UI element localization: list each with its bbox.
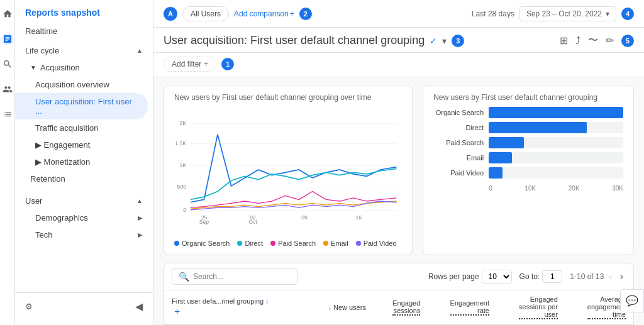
sidebar-demographics[interactable]: Demographics ▶ [15,209,153,226]
bar-row-direct: Direct [433,122,623,133]
badge-4: 4 [621,8,634,20]
col-engagement-rate[interactable]: Engagementrate [428,290,497,325]
bar-fill-paid-search [489,137,524,148]
user-section-chevron: ▲ [136,197,143,204]
table-icon[interactable]: ⊞ [560,35,568,47]
report-title-chevron[interactable]: ▾ [442,36,447,46]
search-input[interactable] [193,272,291,281]
line-chart-container: 2K 1.5K 1K 500 0 [174,107,402,234]
date-range-chevron: ▾ [606,9,609,18]
add-comparison-button[interactable]: Add comparison + [234,9,294,18]
search-box[interactable]: 🔍 [172,268,297,285]
users-icon[interactable] [1,83,14,96]
date-range-text: Sep 23 – Oct 20, 2022 [526,9,602,18]
sidebar-engagement[interactable]: ▶ Engagement [15,136,153,153]
list-icon[interactable] [1,108,14,121]
trend-icon[interactable]: 〜 [588,34,598,47]
bar-row-email: Email [433,152,623,163]
lifecycle-chevron: ▲ [136,47,143,54]
report-actions: ⊞ ⤴ 〜 ✏ 5 [560,34,634,47]
add-column-button[interactable]: + [172,306,182,317]
bar-chart-container: Organic Search Direct Paid Search [433,107,623,192]
user-badge: A [164,7,177,21]
bar-label-paid-video: Paid Video [433,169,484,177]
user-acquisition-label: User acquisition: First user ... [35,97,138,116]
badge-1: 1 [221,58,234,70]
check-icon: ✓ [430,36,437,46]
sidebar-tech[interactable]: Tech ▶ [15,226,153,243]
svg-text:2K: 2K [179,120,186,126]
bar-chart-title: New users by First user default channel … [433,93,623,102]
sidebar-traffic-acquisition[interactable]: Traffic acquisition [15,119,153,136]
badge-3: 3 [452,35,464,47]
user-section-header[interactable]: User ▲ [15,192,153,209]
bar-label-email: Email [433,154,484,162]
svg-text:09: 09 [301,214,308,221]
svg-text:1.5K: 1.5K [175,140,186,146]
pagination-info: 1-10 of 13 [570,272,604,281]
bar-x-axis: 0 10K 20K 30K [433,185,623,192]
add-filter-button[interactable]: Add filter + [164,57,216,72]
col-engaged-sessions[interactable]: Engagedsessions [374,290,428,325]
sidebar-acquisition-parent[interactable]: ▼ Acquisition [15,59,153,76]
page-input[interactable] [542,270,562,283]
goto-page: Go to: [519,270,563,283]
demographics-label: Demographics [35,213,88,223]
collapse-sidebar-icon[interactable]: ◀ [135,300,143,312]
bar-label-organic: Organic Search [433,109,484,116]
sidebar-realtime[interactable]: Realtime [15,23,153,40]
search-icon[interactable] [1,58,14,70]
svg-text:16: 16 [355,214,362,221]
svg-text:Sep: Sep [199,219,209,225]
edit-icon[interactable]: ✏ [606,35,614,47]
tech-label: Tech [35,230,52,240]
sidebar-acquisition-overview[interactable]: Acquisition overview [15,76,153,93]
legend-dot-direct [237,241,242,246]
legend-organic-search: Organic Search [174,240,230,247]
bar-fill-organic [489,107,623,118]
home-icon[interactable] [1,8,14,20]
sidebar-user-acquisition[interactable]: User acquisition: First user ... [15,93,148,119]
bar-track-direct [489,122,623,133]
col-sessions-per-user[interactable]: Engagedsessions peruser [497,290,565,325]
sidebar-monetization[interactable]: ▶ Monetization [15,153,153,170]
acquisition-overview-label: Acquisition overview [35,80,109,89]
col-new-users[interactable]: ↓ New users [306,290,374,325]
topbar-right: Last 28 days Sep 23 – Oct 20, 2022 ▾ 4 [472,6,634,21]
share-icon[interactable]: ⤴ [575,35,580,47]
goto-label: Go to: [519,272,540,281]
bar-label-paid-search: Paid Search [433,139,484,146]
analytics-icon[interactable] [1,33,14,45]
line-chart-card: New users by First user default channel … [164,85,413,255]
all-users-button[interactable]: All Users [182,6,229,21]
legend-paid-video: Paid Video [356,240,397,247]
feedback-icon: 💬 [626,295,638,306]
bar-row-paid-video: Paid Video [433,167,623,179]
date-range-selector[interactable]: Sep 23 – Oct 20, 2022 ▾ [519,6,616,21]
last-days-label: Last 28 days [472,9,514,18]
line-chart-legend: Organic Search Direct Paid Search Email [174,240,402,247]
rows-per-page-select[interactable]: 10 25 50 [482,270,512,284]
bar-label-direct: Direct [433,124,484,131]
bar-fill-email [489,152,511,163]
rows-per-page-label: Rows per page [428,272,479,281]
bar-track-paid-search [489,137,623,148]
col-channel[interactable]: First user defa...nnel grouping ↕ + [164,290,306,325]
legend-paid-search: Paid Search [270,240,316,247]
settings-icon[interactable]: ⚙ [25,302,33,311]
table-card: 🔍 Rows per page 10 25 50 Go to: [164,263,634,325]
lifecycle-header[interactable]: Life cycle ▲ [15,42,153,59]
topbar-left: A All Users Add comparison + 2 [164,6,312,21]
line-chart-svg: 2K 1.5K 1K 500 0 [174,107,402,233]
bar-fill-paid-video [489,167,502,179]
prev-page-button[interactable]: ‹ [606,271,614,282]
data-table: First user defa...nnel grouping ↕ + ↓ Ne… [164,290,633,325]
feedback-button[interactable]: 💬 [620,289,644,312]
bar-track-email [489,152,623,163]
svg-text:1K: 1K [179,162,186,168]
badge-5: 5 [621,35,634,47]
report-title: User acquisition: First user default cha… [164,34,425,47]
bar-chart-card: New users by First user default channel … [423,85,634,255]
sidebar-retention[interactable]: Retention [15,170,153,187]
next-page-button[interactable]: › [618,271,626,282]
